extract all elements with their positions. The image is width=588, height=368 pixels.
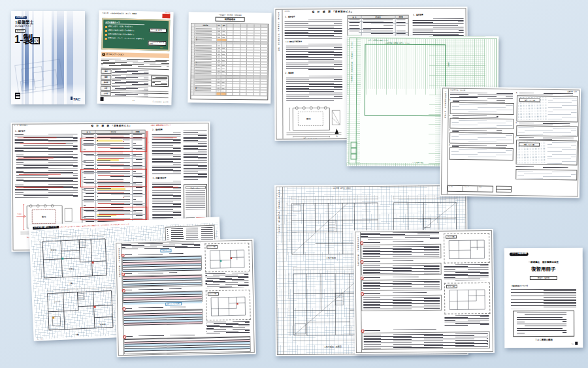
panel-text: [186, 190, 205, 209]
lecture-header: 令和５年 一級設計製図本科生 第１回 講義録: [102, 13, 154, 16]
thumbnail-plan: [208, 248, 246, 270]
intro-text: [450, 93, 513, 99]
goal-year-badge: ２０２３年合格目標: [510, 253, 529, 256]
svg-text:事務室: 事務室: [51, 248, 57, 251]
condition-text: [16, 170, 78, 182]
red-margin-note: ✓: [148, 142, 150, 143]
about-heading: 【復習用冊子について】: [511, 286, 529, 288]
svg-text:２階平面図: ２階平面図: [326, 256, 336, 259]
answer-box[interactable]: [449, 132, 514, 144]
key-points-entry-sheet: 一級設計製図本科生 第１課題 計画の要点等 記入用紙 受験番号・氏名 1. 2.…: [440, 87, 581, 198]
tac-logo-square: [71, 97, 73, 100]
drawing-frame: [365, 44, 446, 117]
product-photo-desk: 2023年度版 1級建築士 設計製図テキスト 設計製図 1-製 図 TAC 令和…: [0, 0, 588, 368]
corner-note: １－５ 課題の読取り: [14, 125, 27, 126]
sheet-instruction: （注意）答案用紙は横使いとする: [367, 40, 388, 41]
answer-box-with-sketch[interactable]: 〔補足：イメージ図〕: [516, 140, 578, 165]
esquisse-plan-lower: ｴﾝﾄﾗﾝｽ 駐車場: [43, 285, 120, 335]
explanation-box: [361, 279, 442, 291]
section-heading-band: 0 オリエンテーション: [101, 52, 169, 58]
svg-text:１階平面図・配置図: １階平面図・配置図: [324, 345, 342, 348]
plan-thumbnail: 〔イメージ図〕: [444, 283, 490, 314]
group-label: 見直し: [194, 82, 197, 94]
header-left: 計画の要点等 記入用紙: [450, 89, 465, 91]
footer-score-box: [496, 186, 512, 192]
cover-series-title: 1級建築士: [15, 20, 34, 24]
plan-thumbnail: 〔イメージ図〕: [206, 290, 251, 320]
schedule-table-rows: [191, 27, 268, 96]
red-annotation-box: [80, 169, 147, 188]
group-label: 作 図: [194, 48, 197, 78]
section-heading: ２．建築物: [285, 73, 293, 75]
cover-tag: 設計製図: [15, 29, 25, 33]
north-arrow-icon: [335, 129, 338, 134]
tac-brand-logo: TAC: [71, 97, 80, 101]
chalkboard-theme-panel: 本日の講義テーマ 1課題に必要な「法規」を学習する 2課題文の構成と読取り方を理…: [101, 18, 170, 51]
section-title: オリエンテーション: [106, 54, 124, 56]
answer-box[interactable]: [516, 125, 578, 136]
textbook-cover: 2023年度版 1級建築士 設計製図テキスト 設計製図 1-製 図 TAC: [11, 11, 85, 104]
problem-title: 設 計 課 題 「貸事務所ビル」: [293, 11, 372, 14]
explanation-text: [364, 333, 488, 348]
imprint-logo: [575, 342, 578, 345]
condition-text: [16, 154, 78, 168]
board-callout: カリキュラム表・教材一覧を確認: [148, 40, 166, 46]
answer-box[interactable]: [449, 118, 514, 129]
cover-imprint-logo: [15, 93, 20, 99]
floor-label: ２階: [69, 283, 73, 285]
explanation-text: [363, 245, 439, 257]
board-title: 本日の講義テーマ: [105, 21, 144, 25]
col-item: 作業項目: [195, 23, 217, 27]
explanation-text: [363, 264, 440, 273]
answer-box[interactable]: [449, 147, 514, 161]
side-label-band: 令和５年 一級建築士 設計製図試験 答案用紙Ⅰ: [349, 38, 357, 163]
row-text-lines: [112, 92, 148, 97]
explanation-box: [361, 295, 442, 311]
explanation-text: [363, 296, 440, 309]
header-right: 受験番号・氏名: [568, 91, 578, 92]
footer-logo: [100, 97, 103, 101]
board-tac-tag: TAC: [160, 47, 163, 48]
esquisse-plan-upper: 事務室 会議室: [39, 232, 114, 283]
row-text-lines: [112, 81, 148, 85]
table-header: 室 名 特記事項 床面積: [348, 16, 408, 20]
stamp-cell: [350, 142, 357, 147]
frame-side-caption: 断面図: [448, 62, 449, 67]
contents-list-lines: [517, 313, 566, 335]
col-total: 累計: [221, 24, 227, 27]
frame-caption: １階平面図・配置図〔縮尺１／２００〕: [385, 42, 410, 44]
image-label: 〔補足：イメージ図〕: [519, 98, 540, 102]
schedule-title: 時間管理表: [216, 17, 245, 22]
section-heading: ３．要求図書: [413, 15, 423, 17]
materials-table: 教材 課題 提出物 日程 その他: [101, 68, 169, 94]
explanation-box: [122, 274, 202, 288]
booklet-title: 復習用冊子: [504, 267, 583, 272]
thumbnail-caption-text: [444, 315, 489, 326]
stamp-cell: [350, 147, 357, 153]
contents-list-box: [513, 311, 574, 337]
condition-text: [15, 184, 78, 198]
site-label: 敷地: [306, 117, 311, 120]
plan-thumbnail: 〔イメージ図〕: [204, 243, 250, 272]
footer-copyright: ⓒTAC株式会社 設計製図: [153, 101, 169, 103]
explanation-sheet: 一級設計製図本科生 解答例の解説 1. 2. 3. 4. 5. 〔イメージ図〕 …: [353, 229, 495, 354]
site-plan-diagram: 敷地 北: [284, 104, 344, 138]
cover-year-badge: 2023年度版: [15, 16, 27, 19]
thumbnail-caption-text: [205, 273, 248, 288]
answer-box-with-sketch[interactable]: 〔補足：イメージ図〕: [516, 95, 578, 122]
publisher: ＴＡＣ建築士講座: [504, 339, 583, 342]
page-number: 1-2: [132, 100, 135, 102]
explanation-box: [361, 244, 441, 259]
section-heading: １．設計条件: [285, 17, 295, 19]
corner-scale: １／４００: [37, 338, 44, 339]
svg-text:駐車場: 駐車場: [100, 322, 106, 326]
section-heading: １．設計条件: [15, 131, 25, 133]
condition-text: [286, 76, 342, 100]
sketch-grid-area: 〔補足：イメージ図〕: [517, 97, 546, 121]
answer-box[interactable]: [515, 169, 577, 180]
review-booklet-cover: ２０２３年合格目標 一級建築士 設計製図本科生 復習用冊子 課題文｜解答例 【復…: [504, 248, 583, 348]
answer-box[interactable]: [450, 102, 514, 115]
group-label: エスキス: [195, 31, 198, 46]
board-callout: テキスト第１章参照: [150, 28, 167, 32]
panel-title: 面積表・計画メモ: [185, 186, 205, 189]
